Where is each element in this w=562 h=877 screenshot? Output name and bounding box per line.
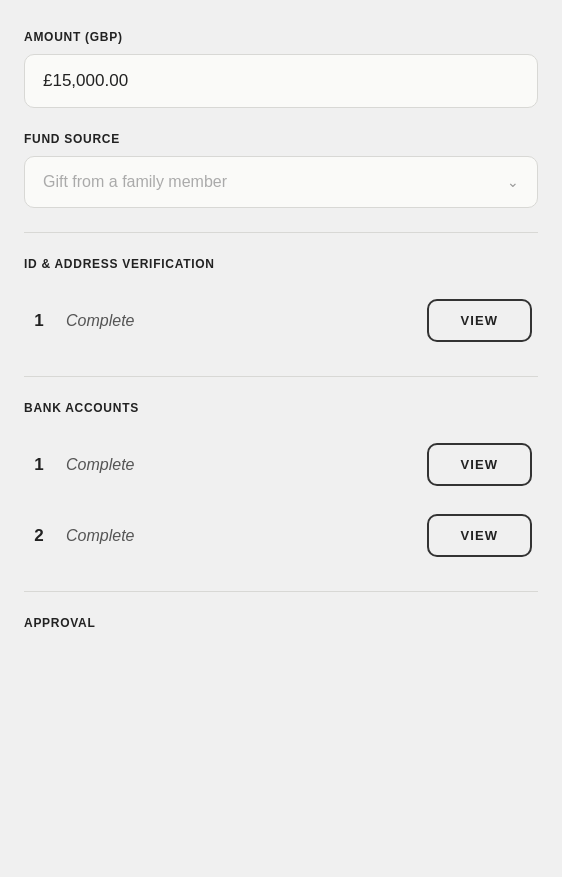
fund-source-placeholder: Gift from a family member xyxy=(43,173,227,191)
row-status: Complete xyxy=(66,456,134,474)
id-address-section: ID & ADDRESS VERIFICATION 1 Complete VIE… xyxy=(24,257,538,352)
bank-account-view-button-2[interactable]: VIEW xyxy=(427,514,532,557)
row-number: 2 xyxy=(30,526,48,546)
fund-source-label: FUND SOURCE xyxy=(24,132,538,146)
divider-1 xyxy=(24,232,538,233)
fund-source-section: FUND SOURCE Gift from a family member ⌄ xyxy=(24,132,538,208)
divider-3 xyxy=(24,591,538,592)
approval-section: APPROVAL xyxy=(24,616,538,630)
id-address-row-1: 1 Complete VIEW xyxy=(24,289,538,352)
row-number: 1 xyxy=(30,311,48,331)
bank-accounts-label: BANK ACCOUNTS xyxy=(24,401,538,415)
fund-source-select[interactable]: Gift from a family member ⌄ xyxy=(24,156,538,208)
amount-value: £15,000.00 xyxy=(43,71,128,91)
bank-account-row-2: 2 Complete VIEW xyxy=(24,504,538,567)
chevron-down-icon: ⌄ xyxy=(507,174,519,190)
row-left: 2 Complete xyxy=(30,526,134,546)
bank-account-row-1: 1 Complete VIEW xyxy=(24,433,538,496)
row-status: Complete xyxy=(66,527,134,545)
row-left: 1 Complete xyxy=(30,311,134,331)
approval-label: APPROVAL xyxy=(24,616,538,630)
bank-accounts-section: BANK ACCOUNTS 1 Complete VIEW 2 Complete… xyxy=(24,401,538,567)
amount-input[interactable]: £15,000.00 xyxy=(24,54,538,108)
row-left: 1 Complete xyxy=(30,455,134,475)
row-number: 1 xyxy=(30,455,48,475)
row-status: Complete xyxy=(66,312,134,330)
id-address-view-button-1[interactable]: VIEW xyxy=(427,299,532,342)
amount-label: AMOUNT (GBP) xyxy=(24,30,538,44)
bank-account-view-button-1[interactable]: VIEW xyxy=(427,443,532,486)
divider-2 xyxy=(24,376,538,377)
amount-section: AMOUNT (GBP) £15,000.00 xyxy=(24,30,538,108)
id-address-label: ID & ADDRESS VERIFICATION xyxy=(24,257,538,271)
